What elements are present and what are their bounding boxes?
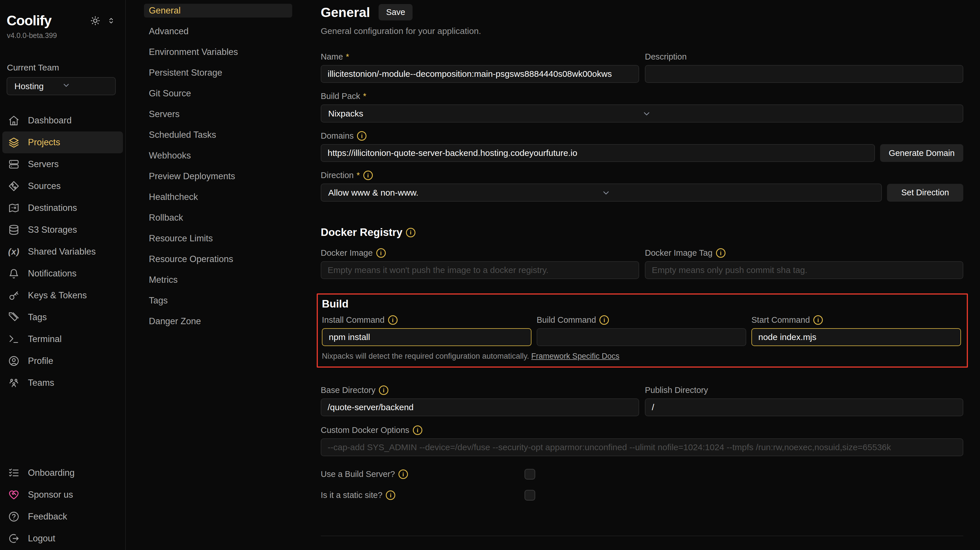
save-button[interactable]: Save xyxy=(379,4,412,21)
main-content: General Save General configuration for y… xyxy=(310,0,980,550)
info-icon[interactable] xyxy=(363,171,373,180)
info-icon[interactable] xyxy=(413,425,422,435)
sidebar-item-projects[interactable]: Projects xyxy=(2,132,123,153)
sidebar-item-feedback[interactable]: Feedback xyxy=(2,506,123,528)
info-icon[interactable] xyxy=(813,315,823,325)
use-build-server-label: Use a Build Server? xyxy=(321,469,395,479)
tab-persistent-storage[interactable]: Persistent Storage xyxy=(144,66,292,80)
build-pack-select[interactable]: Nixpacks xyxy=(321,105,963,122)
info-icon[interactable] xyxy=(398,469,408,479)
sidebar-item-label: Feedback xyxy=(28,512,67,522)
team-select[interactable]: Hosting xyxy=(6,77,116,95)
info-icon[interactable] xyxy=(388,315,398,325)
current-team-label: Current Team xyxy=(0,40,125,73)
direction-label: Direction xyxy=(321,171,360,180)
sidebar-item-teams[interactable]: Teams xyxy=(2,372,123,394)
direction-select[interactable]: Allow www & non-www. xyxy=(321,184,882,202)
sidebar-item-logout[interactable]: Logout xyxy=(2,528,123,549)
tab-advanced[interactable]: Advanced xyxy=(144,24,292,38)
info-icon[interactable] xyxy=(600,315,609,325)
sidebar-item-sources[interactable]: Sources xyxy=(2,175,123,197)
tab-servers[interactable]: Servers xyxy=(144,107,292,121)
settings-subnav: General Advanced Environment Variables P… xyxy=(126,0,310,550)
sidebar-item-notifications[interactable]: Notifications xyxy=(2,263,123,284)
description-input[interactable] xyxy=(645,65,963,83)
sidebar-item-terminal[interactable]: Terminal xyxy=(2,328,123,350)
info-icon[interactable] xyxy=(386,490,395,500)
tab-rollback[interactable]: Rollback xyxy=(144,211,292,225)
name-input[interactable] xyxy=(321,65,639,83)
sidebar-item-label: Dashboard xyxy=(28,115,72,126)
generate-domain-button[interactable]: Generate Domain xyxy=(880,144,963,162)
tab-resource-operations[interactable]: Resource Operations xyxy=(144,252,292,266)
tab-tags[interactable]: Tags xyxy=(144,294,292,307)
sidebar-item-onboarding[interactable]: Onboarding xyxy=(2,462,123,484)
sidebar-item-label: Shared Variables xyxy=(28,247,96,257)
custom-docker-options-input[interactable] xyxy=(321,438,963,456)
base-directory-label: Base Directory xyxy=(321,385,375,395)
theme-toggle-sun-icon[interactable] xyxy=(90,16,100,26)
info-icon[interactable] xyxy=(357,131,366,141)
tab-general[interactable]: General xyxy=(144,4,292,17)
tab-label: Webhooks xyxy=(149,151,191,161)
sidebar-item-label: Keys & Tokens xyxy=(28,290,87,301)
install-command-input[interactable] xyxy=(322,328,531,346)
docker-image-input[interactable] xyxy=(321,261,639,279)
sidebar-item-sponsor-us[interactable]: Sponsor us xyxy=(2,484,123,506)
tab-environment-variables[interactable]: Environment Variables xyxy=(144,45,292,59)
tab-label: Danger Zone xyxy=(149,316,201,327)
tab-label: Tags xyxy=(149,295,167,306)
static-site-checkbox[interactable] xyxy=(525,490,535,501)
tab-label: Advanced xyxy=(149,26,189,36)
info-icon[interactable] xyxy=(716,248,725,258)
tab-scheduled-tasks[interactable]: Scheduled Tasks xyxy=(144,128,292,142)
domains-input[interactable] xyxy=(321,144,875,162)
sidebar-item-keys-tokens[interactable]: Keys & Tokens xyxy=(2,284,123,306)
heart-hands-icon xyxy=(8,489,20,501)
variables-icon: (x) xyxy=(8,246,20,258)
sidebar-item-label: Logout xyxy=(28,533,55,544)
tag-icon xyxy=(8,311,20,323)
app-version: v4.0.0-beta.399 xyxy=(0,29,125,40)
sidebar-spacer xyxy=(0,394,125,462)
tab-webhooks[interactable]: Webhooks xyxy=(144,149,292,163)
info-icon[interactable] xyxy=(379,385,388,395)
terminal-icon xyxy=(8,333,20,345)
framework-docs-link[interactable]: Framework Specific Docs xyxy=(531,352,619,360)
tab-preview-deployments[interactable]: Preview Deployments xyxy=(144,170,292,183)
users-icon xyxy=(8,377,20,389)
name-label: Name xyxy=(321,52,349,62)
start-command-input[interactable] xyxy=(751,328,961,346)
sidebar-item-s3-storages[interactable]: S3 Storages xyxy=(2,219,123,241)
publish-directory-input[interactable] xyxy=(645,398,963,416)
info-icon[interactable] xyxy=(406,228,415,237)
sidebar-item-shared-variables[interactable]: (x) Shared Variables xyxy=(2,241,123,263)
tab-metrics[interactable]: Metrics xyxy=(144,273,292,287)
info-icon[interactable] xyxy=(376,248,386,258)
sidebar-item-destinations[interactable]: Destinations xyxy=(2,197,123,219)
sidebar-item-label: Profile xyxy=(28,356,53,366)
app-logo: Coolify xyxy=(6,13,90,29)
sidebar-item-label: Notifications xyxy=(28,268,76,279)
chevrons-up-down-icon[interactable] xyxy=(107,16,115,25)
set-direction-button[interactable]: Set Direction xyxy=(887,184,963,202)
sidebar-item-label: Destinations xyxy=(28,203,77,213)
use-build-server-checkbox[interactable] xyxy=(525,469,535,480)
base-directory-input[interactable] xyxy=(321,398,639,416)
tab-healthcheck[interactable]: Healthcheck xyxy=(144,190,292,204)
tab-resource-limits[interactable]: Resource Limits xyxy=(144,231,292,246)
tab-danger-zone[interactable]: Danger Zone xyxy=(144,314,292,328)
sidebar-item-profile[interactable]: Profile xyxy=(2,350,123,372)
logo-row: Coolify xyxy=(0,13,125,29)
sidebar-item-tags[interactable]: Tags xyxy=(2,306,123,328)
docker-image-tag-input[interactable] xyxy=(645,261,963,279)
build-command-input[interactable] xyxy=(537,328,746,346)
domains-label: Domains xyxy=(321,131,353,141)
sidebar-item-dashboard[interactable]: Dashboard xyxy=(2,109,123,132)
docker-image-label: Docker Image xyxy=(321,248,373,258)
sidebar: Coolify v4.0.0-beta.399 Current Team Hos… xyxy=(0,0,126,550)
sidebar-item-servers[interactable]: Servers xyxy=(2,153,123,175)
build-pack-label: Build Pack xyxy=(321,92,366,101)
tab-label: Rollback xyxy=(149,212,183,223)
tab-git-source[interactable]: Git Source xyxy=(144,87,292,100)
